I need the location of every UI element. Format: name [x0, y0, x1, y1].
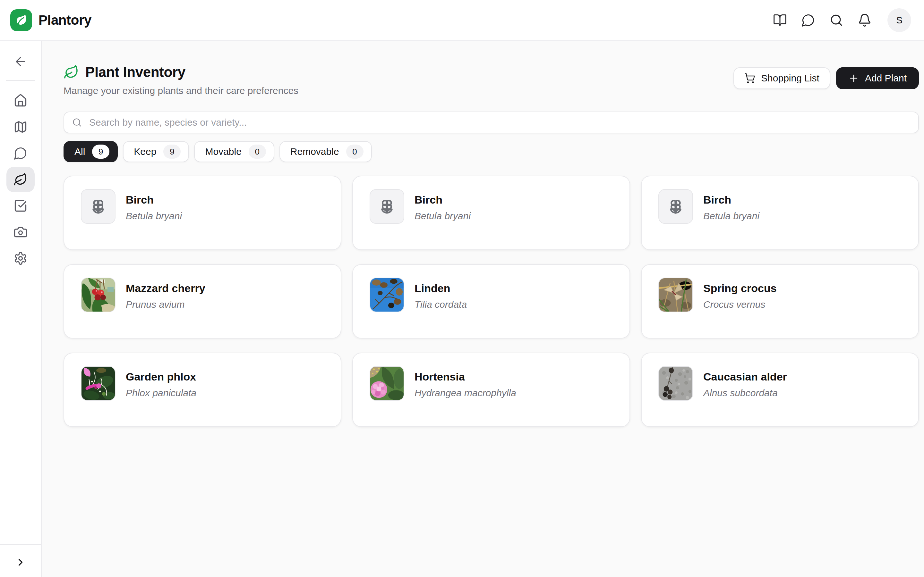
app-logo — [10, 9, 32, 31]
plant-name: Birch — [126, 193, 182, 206]
phlox-photo — [81, 367, 115, 400]
plant-thumbnail — [658, 277, 693, 312]
plant-card[interactable]: Birch Betula bryani — [63, 176, 341, 250]
plant-card[interactable]: Mazzard cherry Prunus avium — [63, 264, 341, 338]
top-bar: Plantory S — [0, 0, 924, 41]
plant-thumbnail — [81, 366, 115, 401]
plant-name: Caucasian alder — [703, 371, 787, 383]
plant-card[interactable]: Spring crocus Crocus vernus — [641, 264, 919, 338]
flower-placeholder-icon — [377, 197, 397, 216]
chat-icon — [13, 146, 27, 160]
plant-card-meta: Mazzard cherry Prunus avium — [126, 277, 205, 338]
shopping-list-button[interactable]: Shopping List — [733, 67, 830, 89]
plant-card[interactable]: Birch Betula bryani — [641, 176, 919, 250]
book-open-icon — [773, 13, 787, 27]
sidebar-item-map[interactable] — [6, 114, 35, 140]
plant-species: Phlox paniculata — [126, 388, 196, 398]
plant-name: Linden — [415, 282, 467, 295]
map-icon — [13, 120, 27, 134]
filter-tabs: All 9 Keep 9 Movable 0 Removable 0 — [63, 141, 919, 162]
plant-card[interactable]: Birch Betula bryani — [352, 176, 630, 250]
plant-card-meta: Birch Betula bryani — [126, 189, 182, 250]
filter-tab-count: 0 — [346, 145, 363, 159]
filter-tab-all[interactable]: All 9 — [63, 141, 118, 162]
plant-card-meta: Birch Betula bryani — [415, 189, 471, 250]
plant-thumbnail — [370, 366, 404, 401]
sidebar-item-home[interactable] — [6, 88, 35, 113]
search-icon — [72, 117, 82, 127]
sidebar-item-check-square[interactable] — [6, 193, 35, 219]
sidebar-footer — [0, 544, 41, 577]
page-header: Plant Inventory Manage your existing pla… — [63, 64, 919, 96]
plant-card-meta: Birch Betula bryani — [703, 189, 759, 250]
plant-species: Hydrangea macrophylla — [415, 388, 516, 398]
back-button[interactable] — [6, 49, 35, 74]
cherry-photo — [81, 278, 115, 311]
chat-icon-button[interactable] — [798, 10, 818, 30]
alder-photo — [659, 367, 692, 400]
leaf-icon — [13, 172, 27, 187]
plant-name: Birch — [703, 193, 759, 206]
filter-tab-movable[interactable]: Movable 0 — [194, 141, 274, 162]
filter-tab-removable[interactable]: Removable 0 — [279, 141, 372, 162]
camera-icon — [13, 225, 27, 239]
plant-species: Prunus avium — [126, 299, 205, 310]
sidebar-expand-button[interactable] — [11, 553, 30, 572]
filter-tab-label: All — [74, 146, 85, 157]
plant-thumbnail — [658, 189, 693, 224]
filter-tab-count: 0 — [249, 145, 266, 159]
page-title-row: Plant Inventory — [63, 64, 298, 80]
check-square-icon — [13, 199, 27, 213]
plant-name: Hortensia — [415, 371, 516, 383]
book-open-icon-button[interactable] — [770, 10, 790, 30]
add-plant-label: Add Plant — [865, 73, 907, 84]
sidebar-nav — [6, 88, 35, 271]
brand-name: Plantory — [39, 13, 91, 28]
sidebar — [0, 41, 42, 577]
cart-icon — [744, 73, 755, 84]
bell-icon-button[interactable] — [855, 10, 875, 30]
avatar[interactable]: S — [887, 8, 911, 32]
plant-species: Tilia cordata — [415, 299, 467, 310]
plant-name: Spring crocus — [703, 282, 777, 295]
plant-card[interactable]: Caucasian alder Alnus subcordata — [641, 353, 919, 427]
shopping-list-label: Shopping List — [761, 73, 819, 84]
flower-placeholder-icon — [666, 197, 685, 216]
home-icon — [13, 93, 27, 108]
chat-icon — [801, 13, 815, 27]
plant-thumbnail — [658, 366, 693, 401]
plus-icon — [848, 73, 859, 84]
plant-card[interactable]: Garden phlox Phlox paniculata — [63, 353, 341, 427]
sidebar-item-camera[interactable] — [6, 219, 35, 245]
sidebar-divider — [6, 80, 35, 81]
search-input[interactable] — [88, 116, 911, 129]
plant-name: Birch — [415, 193, 471, 206]
plant-card[interactable]: Linden Tilia cordata — [352, 264, 630, 338]
filter-tab-keep[interactable]: Keep 9 — [123, 141, 189, 162]
sidebar-item-chat[interactable] — [6, 140, 35, 166]
page-title: Plant Inventory — [86, 64, 186, 80]
search-icon-button[interactable] — [827, 10, 846, 30]
sidebar-item-settings[interactable] — [6, 245, 35, 271]
plant-card[interactable]: Hortensia Hydrangea macrophylla — [352, 353, 630, 427]
leaf-icon — [63, 64, 79, 80]
plant-thumbnail — [370, 189, 404, 224]
main-content: Plant Inventory Manage your existing pla… — [42, 41, 924, 577]
filter-tab-count: 9 — [163, 145, 181, 159]
plant-card-meta: Hortensia Hydrangea macrophylla — [415, 366, 516, 426]
plant-card-meta: Linden Tilia cordata — [415, 277, 467, 338]
crocus-photo — [659, 278, 692, 311]
plant-card-meta: Garden phlox Phlox paniculata — [126, 366, 196, 426]
add-plant-button[interactable]: Add Plant — [836, 67, 919, 89]
plant-thumbnail — [370, 277, 404, 312]
plant-card-meta: Caucasian alder Alnus subcordata — [703, 366, 787, 426]
plant-thumbnail — [81, 189, 115, 224]
hydrangea-photo — [370, 367, 404, 400]
plant-grid: Birch Betula bryani Birch Betula bryani … — [63, 176, 919, 427]
sidebar-item-leaf[interactable] — [6, 167, 35, 192]
plant-thumbnail — [81, 277, 115, 312]
plant-card-meta: Spring crocus Crocus vernus — [703, 277, 777, 338]
search-icon — [829, 13, 843, 27]
search-bar — [63, 111, 919, 133]
plant-name: Garden phlox — [126, 371, 196, 383]
